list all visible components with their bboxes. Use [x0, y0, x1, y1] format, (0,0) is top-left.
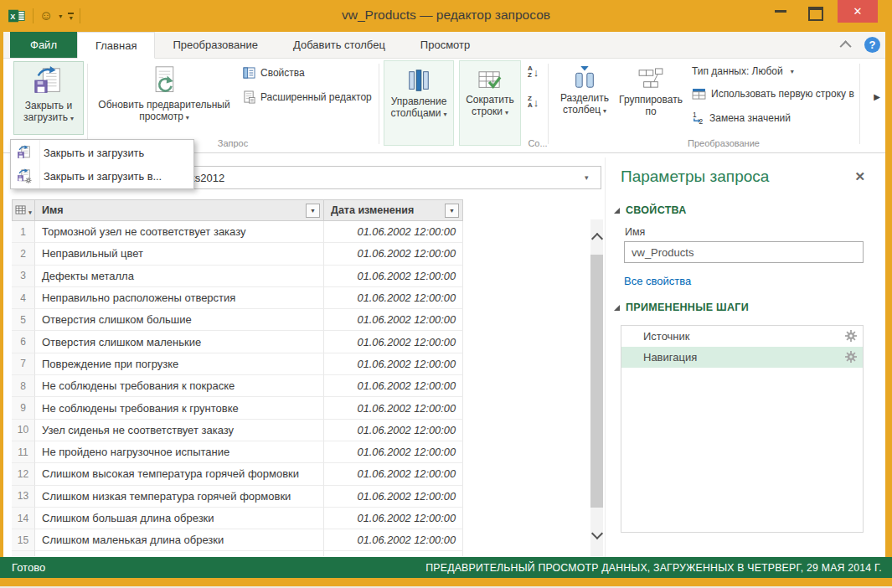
refresh-preview-label: Обновить предварительный: [98, 99, 229, 111]
tab-1[interactable]: Главная: [77, 32, 155, 59]
advanced-editor-button[interactable]: Расширенный редактор: [243, 90, 372, 104]
menu-item[interactable]: Закрыть и загрузить в...: [11, 164, 193, 188]
scroll-down-icon[interactable]: [591, 528, 603, 539]
use-first-row-button[interactable]: Использовать первую строку в каче: [692, 88, 856, 100]
select-all-corner-button[interactable]: ▾: [12, 199, 35, 221]
customize-qat-icon[interactable]: ▾: [68, 13, 74, 20]
maximize-button[interactable]: [808, 7, 823, 21]
panel-close-icon[interactable]: ✕: [854, 169, 865, 184]
all-properties-link[interactable]: Все свойства: [624, 275, 691, 287]
query-name-input[interactable]: [624, 241, 864, 263]
manage-columns-label: Управление: [391, 95, 447, 107]
row-n-cell: 6: [12, 331, 35, 353]
table-row[interactable]: 14Слишком большая длина обрезки01.06.200…: [12, 508, 481, 529]
applied-step-item[interactable]: Источник: [621, 326, 863, 347]
table-row[interactable]: 11Не пройдено нагрузочное испытание01.06…: [12, 441, 481, 463]
replace-values-button[interactable]: 12 Замена значений: [692, 111, 791, 125]
table-row[interactable]: 5Отверстия слишком большие01.06.2002 12:…: [12, 309, 481, 331]
help-icon[interactable]: ?: [864, 37, 880, 53]
table-row[interactable]: 7Повреждение при погрузке01.06.2002 12:0…: [12, 353, 481, 375]
row-date-cell: 01.06.2002 12:00:00: [324, 353, 463, 375]
group-by-button[interactable]: Группировать по: [616, 61, 685, 135]
split-column-button[interactable]: Разделить столбец▾: [553, 61, 616, 135]
close-and-load-label: Закрыть и: [25, 100, 72, 111]
status-bar: Готово ПРЕДАВРИТЕЛЬНЫЙ ПРОСМОТР ДАННЫХ, …: [0, 557, 892, 578]
tab-3[interactable]: Добавить столбец: [276, 32, 403, 58]
scrollbar-thumb[interactable]: [590, 255, 603, 508]
close-load-to-icon: [15, 168, 34, 183]
row-n-cell: 7: [12, 353, 35, 375]
feedback-smiley-icon[interactable]: ☺: [39, 9, 53, 23]
status-preview-info: ПРЕДАВРИТЕЛЬНЫЙ ПРОСМОТР ДАННЫХ, ЗАГРУЖЕ…: [425, 562, 882, 574]
vertical-scrollbar[interactable]: [590, 219, 603, 556]
close-and-load-menu: Закрыть и загрузитьЗакрыть и загрузить в…: [10, 139, 194, 189]
row-name-cell: Отверстия слишком большие: [35, 309, 324, 331]
table-row[interactable]: 3Дефекты металла01.06.2002 12:00:00: [12, 266, 481, 287]
section-collapse-icon: [614, 305, 620, 311]
table-row[interactable]: 10Узел сиденья не соответствует заказу01…: [12, 420, 481, 441]
filter-button[interactable]: ▼: [445, 204, 459, 218]
row-date-cell: 01.06.2002 12:00:00: [324, 375, 463, 397]
table-row[interactable]: 1Тормозной узел не соответствует заказу0…: [12, 221, 481, 243]
applied-steps-section-header[interactable]: ПРИМЕНЕННЫЕ ШАГИ: [614, 302, 749, 313]
minimize-button[interactable]: [775, 10, 786, 13]
data-preview-grid: 1Тормозной узел не соответствует заказу0…: [12, 221, 481, 556]
table-row[interactable]: 13Слишком низкая температура горячей фор…: [12, 486, 481, 508]
formula-dropdown-icon[interactable]: ▾: [585, 173, 589, 182]
row-date-cell: 01.06.2002 12:00:00: [324, 529, 463, 551]
refresh-preview-button[interactable]: Обновить предварительный просмотр▾: [90, 61, 238, 135]
ribbon-tab-row: ФайлГлавнаяПреобразованиеДобавить столбе…: [3, 32, 885, 59]
table-row[interactable]: 8Не соблюдены требования к покраске01.06…: [12, 375, 481, 397]
panel-title: Параметры запроса: [621, 168, 769, 186]
transform-group-label: Преобразование: [590, 138, 858, 148]
title-bar: X ☺ ▾ ▾ vw_Products — редактор запросов …: [0, 0, 892, 32]
tab-2[interactable]: Преобразование: [155, 32, 276, 58]
manage-columns-button[interactable]: Управление столбцами▾: [384, 60, 454, 146]
caret-down-icon: ▾: [28, 209, 32, 216]
sort-descending-button[interactable]: ZA ↓: [528, 95, 539, 109]
properties-icon: [243, 67, 255, 79]
caret-down-icon: ▾: [186, 114, 189, 121]
column-header-name[interactable]: Имя ▼: [35, 199, 324, 221]
row-date-cell: 01.06.2002 12:00:00: [324, 243, 463, 265]
row-n-cell: 13: [12, 486, 35, 508]
smiley-caret-icon[interactable]: ▾: [59, 13, 62, 20]
close-button[interactable]: ✕: [838, 0, 878, 23]
applied-step-item[interactable]: Навигация: [621, 347, 863, 368]
table-row[interactable]: 15Слишком маленькая длина обрезки01.06.2…: [12, 529, 481, 551]
row-n-cell: 12: [12, 463, 35, 485]
reduce-rows-button[interactable]: Сократить строки▾: [459, 60, 521, 146]
sort-descending-icon: ↓: [534, 97, 539, 108]
step-label: Источник: [643, 330, 690, 343]
close-and-load-button[interactable]: Закрыть и загрузить▾: [13, 61, 84, 135]
step-settings-gear-icon[interactable]: [845, 351, 857, 363]
status-ready: Готово: [12, 561, 45, 574]
table-corner-icon: [15, 205, 27, 215]
table-row[interactable]: 16Wheel misaligned6/1/2002 12:00:00 AM: [12, 551, 481, 556]
power-query-editor-window: X ☺ ▾ ▾ vw_Products — редактор запросов …: [0, 0, 892, 588]
svg-text:X: X: [10, 13, 15, 21]
row-n-cell: 2: [12, 243, 35, 265]
row-name-cell: Wheel misaligned: [35, 551, 324, 556]
filter-button[interactable]: ▼: [306, 204, 320, 218]
row-n-cell: 9: [12, 397, 35, 419]
table-row[interactable]: 6Отверстия слишком маленькие01.06.2002 1…: [12, 331, 481, 353]
sort-ascending-button[interactable]: AZ ↓: [528, 65, 539, 79]
properties-button[interactable]: Свойства: [243, 67, 305, 79]
table-row[interactable]: 9Не соблюдены требования к грунтовке01.0…: [12, 397, 481, 419]
tab-file[interactable]: Файл: [10, 32, 77, 58]
data-type-button[interactable]: Тип данных: Любой▾: [692, 65, 794, 77]
table-row[interactable]: 4Неправильно расположены отверстия01.06.…: [12, 287, 481, 309]
menu-item[interactable]: Закрыть и загрузить: [11, 141, 193, 164]
row-n-cell: 16: [12, 551, 35, 556]
titlebar-separator: [33, 8, 34, 23]
menu-item-label: Закрыть и загрузить: [44, 147, 144, 159]
table-row[interactable]: 12Слишком высокая температура горячей фо…: [12, 463, 481, 485]
table-row[interactable]: 2Неправильный цвет01.06.2002 12:00:00: [12, 243, 481, 265]
scroll-up-icon[interactable]: [591, 233, 603, 245]
step-settings-gear-icon[interactable]: [845, 330, 857, 342]
tab-4[interactable]: Просмотр: [403, 32, 487, 58]
properties-section-header[interactable]: СВОЙСТВА: [614, 204, 687, 216]
column-header-date[interactable]: Дата изменения ▼: [324, 199, 463, 221]
ribbon-scroll-right-icon[interactable]: ▶: [874, 92, 880, 101]
